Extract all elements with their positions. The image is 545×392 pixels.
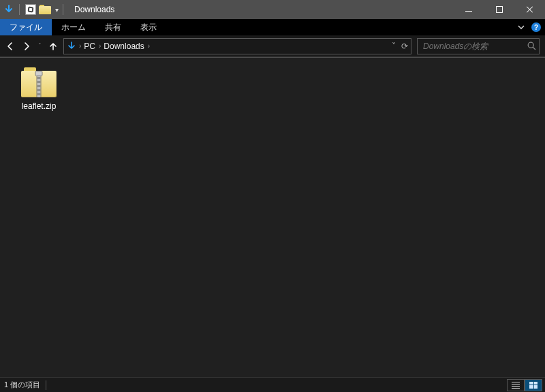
chevron-right-icon: › — [148, 42, 150, 50]
up-button[interactable] — [48, 42, 58, 51]
search-icon[interactable] — [527, 42, 536, 50]
search-box[interactable] — [417, 38, 540, 54]
navigation-bar: ˅ › PC › Downloads › ˅ ⟳ — [0, 35, 545, 57]
search-input[interactable] — [422, 41, 527, 52]
title-separator — [63, 4, 63, 15]
titlebar: ▾ Downloads — [0, 0, 545, 19]
folder-icon[interactable] — [39, 5, 51, 14]
tab-share[interactable]: 共有 — [95, 19, 131, 35]
crumb-pc[interactable]: PC › — [84, 42, 101, 51]
help-icon[interactable]: ? — [531, 22, 541, 32]
tab-view-label: 表示 — [140, 22, 157, 33]
tab-view[interactable]: 表示 — [131, 19, 166, 35]
chevron-right-icon: › — [99, 42, 101, 50]
close-icon — [526, 5, 534, 14]
file-name-label: leaflet.zip — [22, 101, 57, 111]
close-button[interactable] — [514, 0, 545, 19]
minimize-icon — [465, 11, 472, 12]
window-title: Downloads — [74, 5, 114, 14]
properties-icon[interactable] — [25, 4, 36, 15]
address-dropdown-icon[interactable]: ˅ — [392, 42, 396, 51]
crumb-downloads-label: Downloads — [104, 42, 144, 51]
ribbon-right-controls: ? — [518, 19, 541, 35]
qat-overflow-icon[interactable]: ▾ — [54, 6, 60, 14]
tab-file[interactable]: ファイル — [0, 19, 52, 35]
svg-line-1 — [533, 47, 535, 50]
status-separator — [46, 380, 46, 390]
nav-arrows: ˅ — [5, 42, 58, 51]
refresh-icon[interactable]: ⟳ — [401, 42, 408, 51]
file-item[interactable]: leaflet.zip — [12, 67, 65, 111]
back-button[interactable] — [5, 42, 15, 51]
minimize-button[interactable] — [453, 0, 484, 19]
forward-button[interactable] — [22, 42, 31, 51]
crumb-sep-root-icon[interactable]: › — [79, 42, 81, 50]
svg-point-0 — [528, 42, 533, 48]
address-bar[interactable]: › PC › Downloads › ˅ ⟳ — [63, 38, 411, 54]
ribbon-collapse-icon[interactable] — [518, 24, 525, 31]
crumb-downloads[interactable]: Downloads › — [104, 42, 150, 51]
large-icons-view-icon — [529, 382, 538, 389]
maximize-button[interactable] — [484, 0, 514, 19]
details-view-icon — [512, 382, 520, 389]
window-controls — [453, 0, 545, 19]
crumb-pc-label: PC — [84, 42, 95, 51]
large-icons-view-button[interactable] — [525, 379, 542, 391]
status-bar: 1 個の項目 — [0, 377, 545, 392]
quick-access-toolbar: ▾ — [4, 4, 60, 15]
zip-archive-icon — [21, 67, 57, 97]
qat-separator — [19, 4, 20, 15]
recent-locations-icon[interactable]: ˅ — [38, 43, 42, 49]
status-count: 1 個の項目 — [4, 380, 40, 390]
tab-home[interactable]: ホーム — [52, 19, 95, 35]
tab-share-label: 共有 — [105, 22, 121, 33]
ribbon-tabs: ファイル ホーム 共有 表示 ? — [0, 19, 545, 35]
download-arrow-icon[interactable] — [4, 5, 14, 14]
tab-home-label: ホーム — [61, 22, 86, 33]
details-view-button[interactable] — [507, 379, 525, 391]
address-right-controls: ˅ ⟳ — [392, 42, 408, 51]
file-list[interactable]: leaflet.zip — [0, 58, 545, 377]
address-folder-icon — [67, 42, 76, 51]
view-switch — [507, 378, 542, 392]
tab-file-label: ファイル — [10, 22, 42, 33]
maximize-icon — [496, 6, 503, 13]
